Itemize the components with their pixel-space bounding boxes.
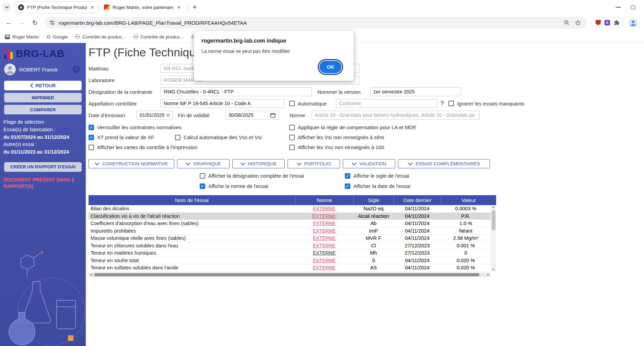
table-row[interactable]: Teneur en soufre total EXTERNE S 04/11/2… <box>89 257 491 265</box>
tab-close-icon[interactable]: × <box>90 4 95 10</box>
essai-name: Masse volumique réelle avec fines (sable… <box>89 235 295 241</box>
back-button[interactable]: ← <box>3 17 14 28</box>
conforme-field[interactable]: Conforme <box>336 99 437 108</box>
emission-date-field[interactable]: 01/01/2025 <box>137 111 173 120</box>
bookmark-roger-martin[interactable]: Roger Martin <box>5 34 39 40</box>
norme-externe-link[interactable]: EXTERNE <box>313 250 336 256</box>
scroll-up-icon[interactable]: ▲ <box>492 206 495 209</box>
validite-date-field[interactable]: 30/06/2025 <box>225 111 279 120</box>
norme-field[interactable]: Article 10 - Granulats pour bétons hydra… <box>312 111 480 120</box>
tab-search-button[interactable] <box>2 2 12 12</box>
calendar-icon[interactable] <box>167 113 169 118</box>
table-row[interactable]: Bilan des Alcalins EXTERNE Na2O eq 04/11… <box>89 205 491 213</box>
retour-button[interactable]: RETOUR <box>4 81 82 90</box>
horizontal-scrollbar[interactable]: ◄ ► <box>89 272 491 277</box>
vertical-scrollbar[interactable]: ▲ ▼ <box>491 205 496 272</box>
tab-ftp[interactable]: FTP (Fiche Technique Produit) N × <box>14 1 98 13</box>
accordion-validation[interactable]: VALIDATION <box>343 159 395 168</box>
reload-button[interactable]: ↻ <box>30 17 40 28</box>
scroll-right-icon[interactable]: ► <box>486 273 491 276</box>
forward-button[interactable]: → <box>16 17 27 28</box>
table-row[interactable]: Impuretés prohibées EXTERNE ImP 04/11/20… <box>89 227 491 235</box>
bookmark-controle-1[interactable]: Contrôle de produc... <box>75 34 126 40</box>
xt-xf-checkbox[interactable] <box>89 135 94 140</box>
accordion-portfolio[interactable]: PORTFOLIO <box>288 159 340 168</box>
table-row[interactable]: Teneur en chlorures solubles dans l'eau … <box>89 242 491 250</box>
scroll-left-icon[interactable]: ◄ <box>89 273 93 276</box>
imprimer-button[interactable]: IMPRIMER <box>4 93 82 102</box>
table-row[interactable]: Teneur en sulfates solubles dans l'acide… <box>89 264 491 272</box>
ublock-extension-icon[interactable] <box>596 20 601 25</box>
designation-complete-checkbox[interactable] <box>200 173 205 179</box>
norme-essai-checkbox[interactable] <box>200 183 205 189</box>
essai-valeur: Néant <box>441 228 491 234</box>
s-extension-icon[interactable]: S <box>605 20 610 25</box>
norme-externe-link[interactable]: EXTERNE <box>313 221 336 226</box>
tab-roger-martin[interactable]: Roger Martin, votre partenaire t × <box>101 1 185 13</box>
option-cartes-controle: Afficher les cartes de contrôle à l'impr… <box>89 144 289 150</box>
scroll-down-icon[interactable]: ▼ <box>492 268 495 271</box>
tab-strip: FTP (Fiche Technique Produit) N × Roger … <box>0 0 644 14</box>
calendar-icon[interactable] <box>270 113 276 118</box>
cartes-controle-checkbox[interactable] <box>89 145 94 150</box>
calcul-auto-checkbox[interactable] <box>175 135 180 140</box>
horizontal-scroll-thumb[interactable] <box>94 273 479 276</box>
maximize-button[interactable] <box>631 5 635 9</box>
norme-externe-link[interactable]: EXTERNE <box>313 228 336 234</box>
table-row[interactable]: Masse volumique réelle avec fines (sable… <box>89 235 491 242</box>
brg-lab-logo-text: BRG-LAB <box>16 48 65 59</box>
essai-sigle: S <box>353 258 394 263</box>
vsi-zero-checkbox[interactable] <box>289 135 295 140</box>
sidebar: BRG-LAB ROBERT Franck ⚙ RETOUR IMPRIMER … <box>0 43 86 346</box>
essai-sigle: Cl <box>353 243 394 248</box>
accordion-essais-complementaires[interactable]: ESSAIS COMPLÉMENTAIRES <box>398 159 490 168</box>
creer-rapport-button[interactable]: CRÉER UN RAPPORT D'ESSAI <box>4 162 82 172</box>
vertical-scroll-thumb[interactable] <box>492 210 495 230</box>
bookmark-star-icon[interactable] <box>575 20 581 26</box>
minimize-button[interactable] <box>616 7 621 8</box>
chevron-down-icon <box>297 163 302 165</box>
site-info-icon[interactable] <box>49 20 55 25</box>
window-controls <box>616 5 644 9</box>
automatique-checkbox[interactable] <box>289 101 295 106</box>
comparer-button[interactable]: COMPARER <box>4 105 82 114</box>
ok-button[interactable]: OK <box>319 61 341 73</box>
tab-close-icon[interactable]: × <box>176 4 181 10</box>
vss-100-checkbox[interactable] <box>289 145 295 150</box>
norme-externe-link[interactable]: EXTERNE <box>313 243 336 248</box>
version-field[interactable]: 1er semestre 2025 <box>370 87 461 96</box>
table-row[interactable]: Coefficient d'absorption d'eau avec fine… <box>89 220 491 227</box>
norme-externe-link[interactable]: EXTERNE <box>313 213 336 219</box>
designation-field[interactable]: RMG Chuzelles - 0-4RCL - FTP <box>161 87 312 96</box>
ignorer-checkbox[interactable] <box>448 101 454 106</box>
bookmark-controle-2[interactable]: Contrôle de produc... <box>133 34 184 40</box>
date-essai-checkbox[interactable] <box>345 183 350 189</box>
compensation-checkbox[interactable] <box>289 125 295 130</box>
verrouiller-checkbox[interactable] <box>89 125 94 130</box>
bookmark-google[interactable]: GGoogle <box>47 34 68 40</box>
dialog-message: La norme essai ne peut pas être modifiée <box>201 48 346 54</box>
accordion-graphique[interactable]: GRAPHIQUE <box>177 159 230 168</box>
norme-externe-link[interactable]: EXTERNE <box>313 206 336 211</box>
help-icon[interactable]: ? <box>441 100 444 107</box>
profile-avatar[interactable] <box>629 18 638 27</box>
zoom-icon[interactable] <box>564 20 570 26</box>
browser-toolbar: ← → ↻ rogermartin.brg-lab.com/BRG-LAB/PA… <box>0 14 644 31</box>
norme-externe-link[interactable]: EXTERNE <box>313 258 336 263</box>
accordion-historique[interactable]: HISTORIQUE <box>232 159 285 168</box>
new-tab-button[interactable]: + <box>192 3 197 12</box>
extensions-puzzle-icon[interactable] <box>614 20 620 26</box>
bookmark-label: Contrôle de produc... <box>141 34 184 40</box>
appellation-field[interactable]: Norme NF P 18-545 Article 10 - Code A <box>161 99 284 108</box>
accordion-construction-normative[interactable]: CONSTRUCTION NORMATIVE <box>89 159 174 168</box>
settings-gear-icon[interactable]: ⚙ <box>72 64 81 75</box>
address-bar[interactable]: rogermartin.brg-lab.com/BRG-LAB/PAGE_Pla… <box>45 17 587 29</box>
sigle-essai-checkbox[interactable] <box>345 173 350 179</box>
table-row[interactable]: Teneur en matières humiques EXTERNE Mh 2… <box>89 249 491 257</box>
norme-externe-link[interactable]: EXTERNE <box>313 235 336 241</box>
checkbox-label: Affiche la norme de l'essai <box>208 183 268 189</box>
norme-externe-link[interactable]: EXTERNE <box>313 265 336 270</box>
table-row-selected[interactable]: Classification vis à vis de l'alcali réa… <box>89 213 491 220</box>
checkbox-label: Afficher la date de l'essai <box>353 183 410 189</box>
essai-sigle: Ab <box>353 221 394 226</box>
